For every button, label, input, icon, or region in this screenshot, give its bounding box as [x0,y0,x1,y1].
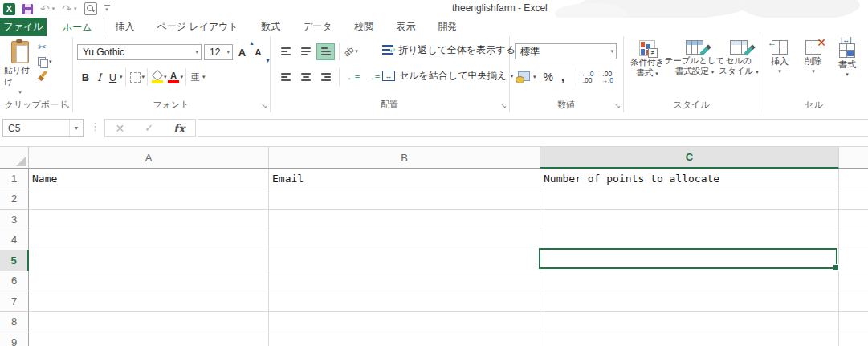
formula-input[interactable] [198,119,868,137]
excel-logo-icon[interactable]: X [3,3,15,15]
row-header-3[interactable]: 3 [0,210,29,230]
insert-cells-button[interactable]: ← 挿入 ▾ [763,36,797,75]
save-icon[interactable] [22,4,33,14]
top-align-button[interactable] [276,43,295,60]
cell-C3[interactable] [540,210,839,230]
delete-cells-dropdown-icon[interactable]: ▾ [812,68,815,75]
column-header-C[interactable]: C [540,147,839,169]
cell-D7[interactable] [839,291,868,312]
cell-B6[interactable] [269,271,540,292]
tab-page-layout[interactable]: ページ レイアウト [146,18,250,36]
orientation-icon[interactable]: ab [342,44,356,58]
cell-B2[interactable] [269,189,540,210]
underline-dropdown-icon[interactable]: ▾ [120,74,123,80]
align-right-button[interactable] [316,69,335,86]
format-painter-icon[interactable] [38,71,48,81]
cell-A7[interactable] [29,291,269,312]
cell-C9[interactable] [540,332,839,346]
middle-align-button[interactable] [296,43,315,60]
tab-review[interactable]: 校閲 [343,18,385,36]
cancel-icon[interactable]: ✕ [115,122,124,135]
cell-D9[interactable] [839,332,868,346]
accounting-format-dropdown-icon[interactable]: ▾ [533,74,536,80]
tab-data[interactable]: データ [291,18,344,36]
undo-icon[interactable]: ↶ [40,3,50,14]
number-format-combobox[interactable]: 標準▾ [515,43,617,59]
font-size-combobox[interactable]: 12▾ [204,44,233,60]
paste-button[interactable]: 貼り付け ▾ [4,41,36,96]
cell-C8[interactable] [540,312,839,333]
clipboard-dialog-launcher-icon[interactable]: ↘ [63,103,70,110]
column-header-A[interactable]: A [29,147,269,169]
cell-B4[interactable] [269,230,540,251]
align-center-button[interactable] [296,69,315,86]
increase-decimal-button[interactable]: ←.0.00 [581,71,594,83]
italic-button[interactable]: I [92,68,106,86]
borders-dropdown-icon[interactable]: ▾ [142,74,145,80]
cell-C7[interactable] [540,291,839,312]
cell-A5[interactable] [29,250,269,271]
name-box-dropdown-icon[interactable]: ▾ [69,120,83,136]
row-header-8[interactable]: 8 [0,312,29,333]
copy-dropdown-icon[interactable]: ▾ [49,59,52,65]
row-header-9[interactable]: 9 [0,332,29,346]
increase-indent-button[interactable]: →≡ [364,69,382,86]
cell-A2[interactable] [29,189,269,210]
cell-B3[interactable] [269,210,540,230]
tab-formulas[interactable]: 数式 [250,18,291,36]
format-as-table-button[interactable]: テーブルとして 書式設定 ▾ [670,36,719,77]
cell-A6[interactable] [29,271,269,292]
conditional-formatting-button[interactable]: ≠ 条件付き 書式 ▾ [625,36,670,79]
conditional-formatting-dropdown-icon[interactable]: ▾ [655,71,658,76]
copy-icon[interactable] [38,57,47,67]
decrease-indent-button[interactable]: ←≡ [344,69,362,86]
cell-D5[interactable] [839,250,868,271]
print-preview-icon[interactable] [84,2,97,15]
row-header-6[interactable]: 6 [0,271,29,292]
number-dialog-launcher-icon[interactable]: ↘ [614,103,621,110]
cell-C2[interactable] [540,189,839,210]
row-header-4[interactable]: 4 [0,230,29,251]
column-header-D[interactable] [839,147,868,169]
select-all-corner[interactable] [0,147,29,169]
row-header-7[interactable]: 7 [0,291,29,312]
percent-style-button[interactable]: % [544,71,553,83]
merge-center-button[interactable]: ↔ セルを結合して中央揃え ▾ [382,69,513,83]
cell-A3[interactable] [29,210,269,230]
tab-home[interactable]: ホーム [51,18,104,37]
format-cells-dropdown-icon[interactable]: ▾ [846,71,849,78]
formula-bar-resize-handle[interactable]: ⋮ [90,120,100,132]
cell-C6[interactable] [540,271,839,292]
cell-A8[interactable] [29,312,269,333]
font-name-combobox[interactable]: Yu Gothic▾ [77,44,202,60]
bottom-align-button[interactable] [316,43,335,60]
tab-insert[interactable]: 挿入 [104,18,146,36]
row-header-2[interactable]: 2 [0,189,29,210]
cell-styles-dropdown-icon[interactable]: ▾ [756,69,759,75]
bold-button[interactable]: B [79,68,92,86]
wrap-text-button[interactable]: ↵ 折り返して全体を表示する [382,43,516,57]
cell-A9[interactable] [29,332,269,346]
delete-cells-button[interactable]: ✕ 削除 ▾ [797,36,830,75]
cell-C1[interactable]: Number of points to allocate [540,169,839,189]
undo-dropdown-icon[interactable]: ▾ [52,6,55,12]
enter-icon[interactable]: ✓ [145,122,153,134]
insert-cells-dropdown-icon[interactable]: ▾ [778,68,781,75]
row-header-5[interactable]: 5 [0,250,29,271]
cell-B1[interactable]: Email [269,169,540,189]
customize-quick-access-toolbar-icon[interactable]: ▾ [104,5,110,13]
fill-color-button[interactable] [150,68,164,86]
alignment-dialog-launcher-icon[interactable]: ↘ [500,103,507,110]
font-color-dropdown-icon[interactable]: ▾ [181,74,184,80]
cell-B5[interactable] [269,250,540,271]
increase-font-size-button[interactable]: A▲ [235,43,249,61]
cell-D4[interactable] [839,230,868,251]
cell-D2[interactable] [839,189,868,210]
borders-button[interactable] [128,68,142,86]
redo-dropdown-icon[interactable]: ▾ [74,6,77,12]
phonetic-guide-button[interactable]: 亜 [189,68,202,86]
cell-A1[interactable]: Name [29,169,269,189]
decrease-font-size-button[interactable]: A▼ [251,43,265,61]
format-cells-button[interactable]: |↔| 書式 ▾ [830,36,864,78]
insert-function-icon[interactable]: fx [173,122,185,135]
